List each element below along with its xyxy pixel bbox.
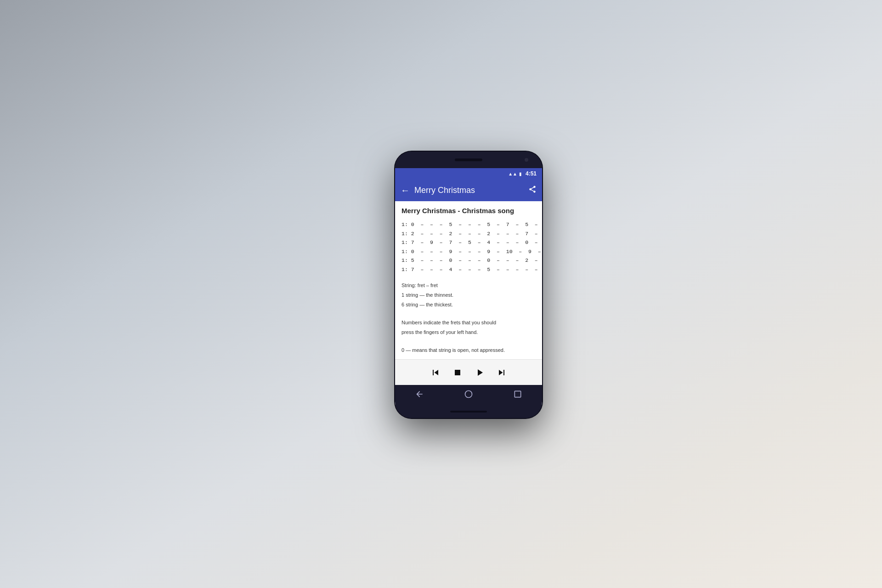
- status-icons: ▲▲ ▮ 4:51: [508, 170, 537, 177]
- signal-icon: ▲▲: [508, 171, 517, 176]
- phone-screen: ▲▲ ▮ 4:51 ← Merry Christmas: [395, 168, 542, 405]
- battery-icon: ▮: [519, 171, 522, 176]
- status-bar: ▲▲ ▮ 4:51: [395, 168, 542, 179]
- svg-point-0: [465, 390, 472, 397]
- legend-text: String: fret – fret 1 string — the thinn…: [401, 281, 536, 355]
- legend-line2: 1 string — the thinnest.: [401, 291, 536, 300]
- hand-background: [0, 279, 175, 588]
- prev-button[interactable]: [430, 367, 441, 378]
- app-bar-title: Merry Christmas: [414, 186, 524, 195]
- stop-button[interactable]: [452, 367, 463, 378]
- tab-line-3: 1: 7 – 9 – 7 – 5 – 4 – – – 0 – – – |: [401, 238, 536, 247]
- status-time: 4:51: [526, 170, 537, 177]
- share-button[interactable]: [528, 185, 537, 195]
- song-title: Merry Christmas - Christmas song: [401, 207, 536, 215]
- tab-line-4: 1: 0 – – – 9 – – – 9 – 10 – 9 – 7 – |: [401, 247, 536, 256]
- screen-content: Merry Christmas - Christmas song 1: 0 – …: [395, 201, 542, 359]
- svg-rect-1: [514, 391, 520, 397]
- phone-top-bezel: [395, 152, 542, 168]
- tab-line-1: 1: 0 – – – 5 – – – 5 – 7 – 5 – 4 – |: [401, 220, 536, 229]
- phone-speaker: [455, 158, 482, 161]
- tab-line-5: 1: 5 – – – 0 – – – 0 – – – 2 – – – |: [401, 256, 536, 265]
- back-button[interactable]: ←: [401, 185, 410, 196]
- legend-line6: press the fingers of your left hand.: [401, 328, 536, 337]
- media-controls: [395, 359, 542, 385]
- app-bar: ← Merry Christmas: [395, 179, 542, 201]
- legend-line3: 6 string — the thickest.: [401, 300, 536, 309]
- next-button[interactable]: [496, 367, 507, 378]
- nav-recent-button[interactable]: [513, 390, 522, 401]
- tab-lines: 1: 0 – – – 5 – – – 5 – 7 – 5 – 4 – | 1: …: [401, 220, 536, 274]
- bottom-nav: [395, 385, 542, 405]
- nav-home-button[interactable]: [464, 390, 473, 401]
- phone-home-bar: [450, 411, 487, 413]
- phone-bottom-bezel: [395, 405, 542, 418]
- legend-section: String: fret – fret 1 string — the thinn…: [401, 281, 536, 355]
- nav-back-button[interactable]: [415, 390, 424, 401]
- play-button[interactable]: [474, 367, 485, 378]
- phone: ▲▲ ▮ 4:51 ← Merry Christmas: [395, 152, 542, 418]
- tab-line-6: 1: 7 – – – 4 – – – 5 – – – – – – – |: [401, 265, 536, 274]
- legend-line8: 0 — means that string is open, not appre…: [401, 346, 536, 355]
- scene: ▲▲ ▮ 4:51 ← Merry Christmas: [0, 0, 882, 588]
- legend-line5: Numbers indicate the frets that you shou…: [401, 318, 536, 327]
- phone-wrapper: ▲▲ ▮ 4:51 ← Merry Christmas: [395, 152, 542, 418]
- legend-line1: String: fret – fret: [401, 281, 536, 290]
- tab-line-2: 1: 2 – – – 2 – – – 2 – – – 7 – – – |: [401, 229, 536, 238]
- phone-camera: [525, 158, 528, 162]
